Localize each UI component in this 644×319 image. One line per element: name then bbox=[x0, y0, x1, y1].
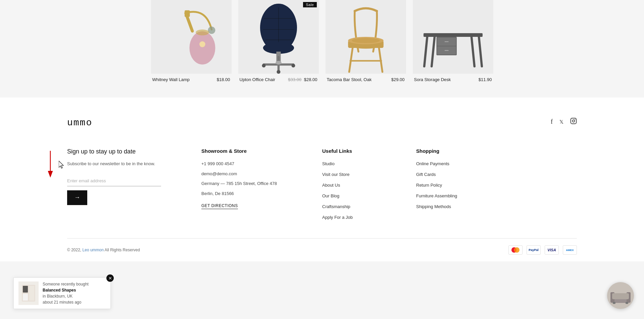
useful-links-list: Studio Visit our Store About Us Our Blog… bbox=[322, 161, 389, 220]
link-furniture-assembling[interactable]: Furniture Assembling bbox=[416, 193, 457, 198]
product-image-4 bbox=[413, 0, 493, 74]
instagram-icon[interactable] bbox=[570, 118, 577, 126]
product-price-4: $11.90 bbox=[479, 77, 492, 82]
svg-point-16 bbox=[291, 64, 295, 67]
svg-point-38 bbox=[575, 119, 576, 120]
link-our-blog[interactable]: Our Blog bbox=[322, 193, 339, 198]
link-craftsmanship[interactable]: Craftsmanship bbox=[322, 204, 350, 209]
amex-icon: AMEX bbox=[563, 245, 577, 255]
product-name-1: Whitney Wall Lamp bbox=[152, 77, 190, 82]
footer-logo: ummo bbox=[67, 118, 92, 128]
submit-button[interactable]: → bbox=[67, 190, 87, 205]
get-directions-link[interactable]: GET DIRECTIONS bbox=[201, 203, 238, 209]
svg-line-21 bbox=[349, 46, 353, 72]
showroom-phone: +1 999 000 4547 bbox=[201, 161, 295, 167]
svg-point-25 bbox=[352, 38, 380, 43]
list-item: About Us bbox=[322, 182, 389, 188]
product-info-2: Upton Office Chair $33.00 $28.00 bbox=[238, 74, 319, 84]
payment-icons: PayPal VISA AMEX bbox=[508, 245, 577, 255]
link-gift-cards[interactable]: Gift Cards bbox=[416, 172, 436, 177]
link-online-payments[interactable]: Online Payments bbox=[416, 161, 449, 166]
list-item: Return Policy bbox=[416, 182, 483, 188]
original-price-2: $33.00 bbox=[288, 77, 301, 82]
useful-links-title: Useful Links bbox=[322, 148, 389, 154]
footer-useful-links: Useful Links Studio Visit our Store Abou… bbox=[322, 148, 389, 225]
svg-rect-36 bbox=[571, 118, 577, 124]
list-item: Shipping Methods bbox=[416, 203, 483, 209]
svg-rect-31 bbox=[444, 50, 448, 51]
showroom-email: demo@demo.com bbox=[201, 171, 295, 177]
footer-bottom: © 2022, Leo ummon All Rights Reserved Pa… bbox=[67, 238, 577, 261]
product-image-1 bbox=[151, 0, 232, 74]
list-item: Our Blog bbox=[322, 193, 389, 199]
showroom-address1: Germany — 785 15h Street, Office 478 bbox=[201, 180, 295, 187]
copyright-link[interactable]: Leo ummon bbox=[83, 248, 104, 252]
svg-point-3 bbox=[196, 29, 209, 36]
svg-point-2 bbox=[189, 31, 215, 65]
list-item: Furniture Assembling bbox=[416, 193, 483, 199]
newsletter-form: → bbox=[67, 176, 175, 205]
svg-line-33 bbox=[432, 37, 435, 66]
svg-line-34 bbox=[472, 37, 475, 66]
list-item: Visit our Store bbox=[322, 171, 389, 177]
svg-rect-5 bbox=[185, 10, 190, 17]
footer-shopping: Shopping Online Payments Gift Cards Retu… bbox=[416, 148, 483, 225]
list-item: Online Payments bbox=[416, 161, 483, 167]
product-price-2: $33.00 $28.00 bbox=[288, 77, 317, 82]
showroom-title: Showroom & Store bbox=[201, 148, 295, 154]
link-shipping-methods[interactable]: Shipping Methods bbox=[416, 204, 451, 209]
product-name-4: Sora Storage Desk bbox=[414, 77, 451, 82]
product-info-4: Sora Storage Desk $11.90 bbox=[413, 74, 493, 84]
list-item: Apply For a Job bbox=[322, 214, 389, 220]
sale-badge: Sale bbox=[303, 2, 316, 7]
footer-social: f 𝕏 bbox=[551, 118, 577, 126]
shopping-title: Shopping bbox=[416, 148, 483, 154]
product-info-3: Tacoma Bar Stool, Oak $29.00 bbox=[326, 74, 406, 84]
newsletter-title: Sign up to stay up to date bbox=[67, 148, 175, 155]
svg-line-32 bbox=[424, 37, 427, 66]
product-card-3[interactable]: Tacoma Bar Stool, Oak $29.00 bbox=[326, 0, 406, 84]
products-section: Whitney Wall Lamp $18.00 Sale bbox=[0, 0, 644, 98]
link-about-us[interactable]: About Us bbox=[322, 183, 340, 188]
copyright-text: © 2022, Leo ummon All Rights Reserved bbox=[67, 248, 140, 252]
svg-line-35 bbox=[479, 37, 482, 66]
twitter-icon[interactable]: 𝕏 bbox=[559, 119, 563, 125]
footer-newsletter: Sign up to stay up to date Subscribe to … bbox=[67, 148, 175, 225]
svg-rect-30 bbox=[444, 41, 448, 42]
link-visit-store[interactable]: Visit our Store bbox=[322, 172, 349, 177]
product-card-4[interactable]: Sora Storage Desk $11.90 bbox=[413, 0, 493, 84]
product-image-2: Sale bbox=[238, 0, 319, 74]
sale-price-2: $28.00 bbox=[304, 77, 317, 82]
product-card-2[interactable]: Sale bbox=[238, 0, 319, 84]
paypal-icon: PayPal bbox=[527, 245, 541, 255]
product-price-1: $18.00 bbox=[217, 77, 230, 82]
footer-top: ummo f 𝕏 bbox=[67, 118, 577, 135]
product-card-1[interactable]: Whitney Wall Lamp $18.00 bbox=[151, 0, 232, 84]
list-item: Gift Cards bbox=[416, 171, 483, 177]
svg-line-22 bbox=[379, 46, 382, 72]
showroom-address2: Berlin, De 81566 bbox=[201, 190, 295, 197]
list-item: Studio bbox=[322, 161, 389, 167]
link-studio[interactable]: Studio bbox=[322, 161, 335, 166]
product-name-2: Upton Office Chair bbox=[240, 77, 276, 82]
visa-icon: VISA bbox=[545, 245, 559, 255]
svg-point-1 bbox=[208, 26, 215, 34]
svg-point-15 bbox=[262, 64, 265, 67]
product-info-1: Whitney Wall Lamp $18.00 bbox=[151, 74, 232, 84]
showroom-info: +1 999 000 4547 demo@demo.com Germany — … bbox=[201, 161, 295, 197]
svg-point-4 bbox=[199, 41, 205, 47]
footer-showroom: Showroom & Store +1 999 000 4547 demo@de… bbox=[201, 148, 295, 225]
product-price-3: $29.00 bbox=[391, 77, 405, 82]
link-apply-for-job[interactable]: Apply For a Job bbox=[322, 215, 353, 220]
svg-point-37 bbox=[573, 120, 575, 122]
svg-point-18 bbox=[276, 61, 282, 65]
list-item: Craftsmanship bbox=[322, 203, 389, 209]
newsletter-subtitle: Subscribe to our newsletter to be in the… bbox=[67, 161, 175, 168]
facebook-icon[interactable]: f bbox=[551, 118, 553, 125]
link-return-policy[interactable]: Return Policy bbox=[416, 183, 442, 188]
footer-main: Sign up to stay up to date Subscribe to … bbox=[67, 135, 577, 238]
product-image-3 bbox=[326, 0, 406, 74]
footer: ummo f 𝕏 Sign up to stay up to date Subs… bbox=[0, 98, 644, 261]
mastercard-icon bbox=[508, 245, 523, 255]
email-input[interactable] bbox=[67, 176, 161, 186]
